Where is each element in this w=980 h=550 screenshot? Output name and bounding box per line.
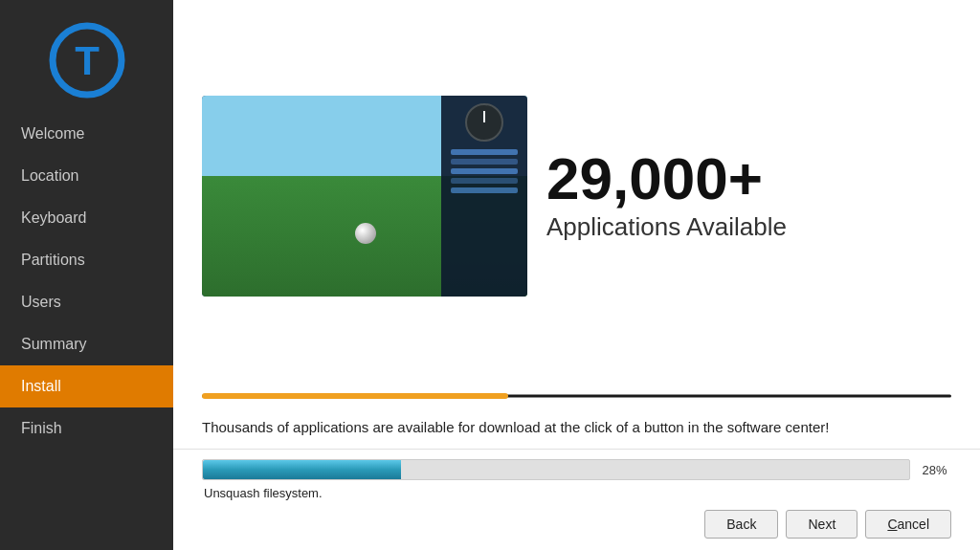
ui-bar-3	[451, 168, 518, 174]
sidebar-item-finish[interactable]: Finish	[0, 407, 173, 450]
app-count: 29,000+	[546, 149, 951, 209]
slide-screenshot	[202, 96, 527, 297]
indicator-active-bar	[202, 393, 508, 399]
ui-bar-2	[451, 159, 518, 165]
status-text: Unsquash filesystem.	[204, 486, 951, 500]
progress-row: 28%	[202, 459, 951, 480]
bottom-area: 28% Unsquash filesystem. Back Next Cance…	[173, 449, 980, 550]
cancel-button[interactable]: Cancel	[865, 510, 951, 539]
sidebar-item-keyboard[interactable]: Keyboard	[0, 197, 173, 239]
carousel-indicator	[202, 389, 951, 403]
next-button[interactable]: Next	[786, 510, 858, 539]
content-area: 29,000+ Applications Available Thousands…	[173, 0, 980, 449]
ui-bar-1	[451, 149, 518, 155]
game-background	[202, 96, 527, 297]
svg-text:T: T	[75, 38, 100, 83]
sidebar-item-location[interactable]: Location	[0, 155, 173, 197]
sidebar-item-summary[interactable]: Summary	[0, 323, 173, 365]
progress-bar-container	[202, 459, 910, 480]
slide-description: Thousands of applications are available …	[202, 416, 951, 439]
sidebar-item-welcome[interactable]: Welcome	[0, 113, 173, 155]
slide-image-inner	[202, 96, 527, 297]
ui-bar-5	[451, 187, 518, 193]
main-content: 29,000+ Applications Available Thousands…	[173, 0, 980, 550]
clock-icon	[465, 103, 503, 142]
back-button[interactable]: Back	[704, 510, 778, 539]
logo-container: T	[44, 17, 130, 103]
app-count-subtitle: Applications Available	[546, 212, 951, 242]
sidebar-nav: Welcome Location Keyboard Partitions Use…	[0, 113, 173, 450]
app-logo-icon: T	[49, 22, 125, 99]
slide-text: 29,000+ Applications Available	[546, 149, 951, 242]
button-row: Back Next Cancel	[202, 510, 951, 539]
slideshow: 29,000+ Applications Available	[202, 19, 951, 372]
progress-label: 28%	[918, 463, 951, 477]
game-ball	[355, 223, 376, 244]
game-ui-panel	[441, 96, 527, 297]
ui-bar-4	[451, 178, 518, 184]
sidebar: T Welcome Location Keyboard Partitions U…	[0, 0, 173, 550]
sidebar-item-partitions[interactable]: Partitions	[0, 239, 173, 281]
progress-bar-fill	[203, 460, 401, 479]
sidebar-item-users[interactable]: Users	[0, 281, 173, 323]
sidebar-item-install[interactable]: Install	[0, 365, 173, 407]
cancel-underline-char: C	[887, 517, 897, 532]
